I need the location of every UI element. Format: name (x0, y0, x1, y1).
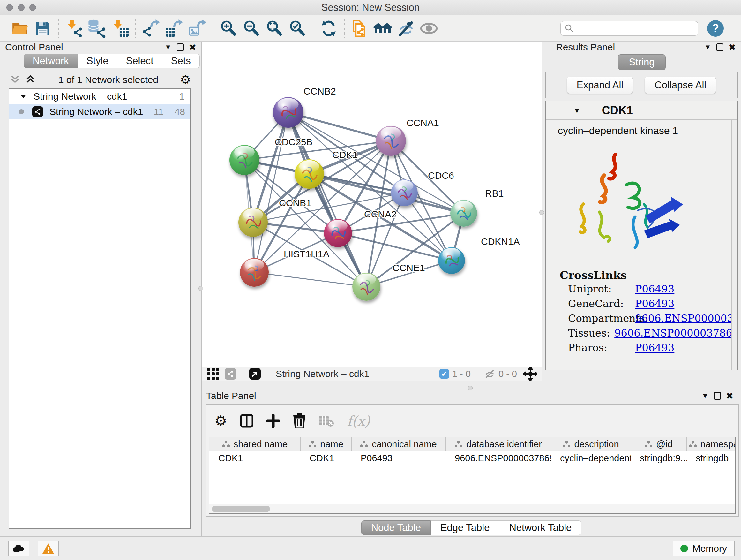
table-cell[interactable]: 9606.ENSP00000378699 (446, 453, 551, 463)
close-window-icon[interactable] (6, 4, 13, 11)
zoom-fit-icon[interactable] (263, 17, 286, 40)
column-header[interactable]: description (551, 437, 631, 451)
cloud-button[interactable] (8, 541, 29, 557)
tab-network-table[interactable]: Network Table (499, 520, 582, 535)
collapse-all-icon[interactable] (9, 73, 21, 86)
crosslink-link[interactable]: 9606.ENSP00000378699 (614, 327, 731, 339)
collapse-all-button[interactable]: Collapse All (645, 77, 716, 94)
import-network-database-icon[interactable] (85, 17, 109, 40)
search-input[interactable] (560, 21, 698, 36)
column-header[interactable]: shared name (209, 437, 300, 451)
close-panel-icon[interactable]: ✖ (726, 391, 733, 401)
right-splitter-grip[interactable] (539, 210, 544, 215)
float-panel-icon[interactable] (717, 44, 724, 51)
gene-section-header[interactable]: ▼ CDK1 (546, 101, 737, 120)
hide-selected-icon[interactable] (394, 17, 417, 40)
tab-sets[interactable]: Sets (162, 54, 200, 68)
add-column-icon[interactable] (266, 414, 280, 428)
save-session-icon[interactable] (31, 17, 54, 40)
scrollbar-thumb[interactable] (212, 506, 270, 512)
selected-count-checkbox[interactable]: ✔ (440, 369, 449, 379)
import-table-file-icon[interactable] (109, 17, 131, 40)
delete-table-icon[interactable] (319, 415, 334, 427)
delete-column-icon[interactable] (293, 414, 306, 428)
crosslinks-heading: CrossLinks (560, 269, 731, 282)
close-panel-icon[interactable]: ✖ (189, 42, 196, 53)
show-columns-icon[interactable] (240, 414, 254, 428)
close-panel-icon[interactable]: ✖ (729, 42, 736, 53)
panel-menu-icon[interactable]: ▼ (165, 43, 172, 51)
search-field[interactable] (577, 23, 694, 34)
crosslink-link[interactable]: P06493 (635, 298, 674, 310)
tab-network[interactable]: Network (23, 54, 78, 68)
tab-select[interactable]: Select (118, 54, 162, 68)
results-scrollbar[interactable] (731, 120, 737, 370)
tab-string-results[interactable]: String (618, 54, 666, 70)
table-cell[interactable]: CDK1 (209, 453, 300, 463)
zoom-out-icon[interactable] (240, 17, 263, 40)
table-row[interactable]: CDK1CDK1P064939606.ENSP00000378699cyclin… (209, 451, 735, 465)
zoom-in-icon[interactable] (217, 17, 240, 40)
float-panel-icon[interactable] (177, 44, 184, 51)
export-table-icon[interactable] (163, 17, 186, 40)
table-horizontal-scrollbar[interactable] (209, 504, 735, 513)
column-header[interactable]: name (300, 437, 352, 451)
window-controls[interactable] (6, 4, 36, 11)
left-splitter-grip[interactable] (199, 286, 203, 291)
svg-text:CDC6: CDC6 (428, 170, 454, 181)
collapse-group-icon[interactable] (20, 93, 26, 100)
help-icon[interactable]: ? (707, 20, 724, 37)
tab-node-table[interactable]: Node Table (361, 520, 431, 535)
table-cell[interactable]: cyclin–dependent ... (551, 453, 631, 463)
column-header[interactable]: database identifier (446, 437, 551, 451)
table-settings-gear-icon[interactable]: ⚙ (214, 414, 227, 428)
pan-crosshair-icon[interactable] (523, 367, 537, 381)
maximize-window-icon[interactable] (29, 4, 36, 11)
expand-all-icon[interactable] (24, 73, 37, 86)
birds-eye-view-icon[interactable] (249, 368, 261, 380)
horizontal-splitter-grip[interactable] (468, 386, 473, 390)
warnings-button[interactable] (38, 541, 59, 557)
table-cell[interactable]: stringdb (687, 453, 736, 463)
network-collection-row[interactable]: String Network – cdk1 1 (9, 89, 190, 104)
string-import-icon[interactable] (348, 17, 372, 40)
crosslink-link[interactable]: P06493 (635, 283, 674, 295)
grid-view-icon[interactable] (207, 368, 219, 380)
column-header[interactable]: namespace (687, 437, 736, 451)
zoom-selected-icon[interactable] (286, 17, 309, 40)
panel-menu-icon[interactable]: ▼ (702, 392, 709, 400)
home-networks-icon[interactable] (372, 17, 394, 40)
crosslink-link[interactable]: 9606.ENSP00000378699 (635, 312, 731, 324)
memory-button[interactable]: Memory (673, 541, 735, 557)
column-header[interactable]: @id (631, 437, 687, 451)
crosslink-link[interactable]: P06493 (635, 341, 674, 354)
crosslink-row: GeneCard: P06493 (568, 296, 731, 311)
collapse-gene-icon[interactable]: ▼ (573, 106, 581, 115)
network-view-canvas[interactable]: CCNB2CCNA1CDC25BCDK1CDC6RB1CCNB1CCNA2CDK… (202, 42, 542, 367)
table-cell[interactable]: stringdb:9... (631, 453, 687, 463)
minimize-window-icon[interactable] (18, 4, 24, 11)
export-network-icon[interactable] (140, 17, 163, 40)
export-image-icon[interactable] (186, 17, 209, 40)
network-row-selected[interactable]: String Network – cdk1 11 48 (9, 104, 190, 119)
svg-text:CDC25B: CDC25B (275, 137, 313, 147)
expand-all-button[interactable]: Expand All (567, 77, 633, 94)
string-view-icon[interactable] (225, 368, 236, 380)
open-session-icon[interactable] (8, 17, 31, 40)
string-network-icon (32, 106, 43, 117)
gene-details-body: cyclin–dependent kinase 1 (546, 120, 731, 370)
apply-function-icon[interactable]: f(x) (347, 413, 370, 429)
column-header[interactable]: canonical name (352, 437, 446, 451)
network-options-gear-icon[interactable]: ⚙ (180, 74, 191, 86)
panel-menu-icon[interactable]: ▼ (704, 43, 711, 51)
refresh-icon[interactable] (317, 17, 340, 40)
crosslink-label: Uniprot: (568, 283, 630, 295)
svg-text:CCNA2: CCNA2 (364, 209, 397, 219)
table-cell[interactable]: P06493 (352, 453, 446, 463)
tab-style[interactable]: Style (78, 54, 118, 68)
float-panel-icon[interactable] (714, 392, 721, 400)
tab-edge-table[interactable]: Edge Table (431, 520, 500, 535)
table-cell[interactable]: CDK1 (300, 453, 352, 463)
show-all-icon[interactable] (417, 17, 441, 40)
import-network-file-icon[interactable] (63, 17, 85, 40)
